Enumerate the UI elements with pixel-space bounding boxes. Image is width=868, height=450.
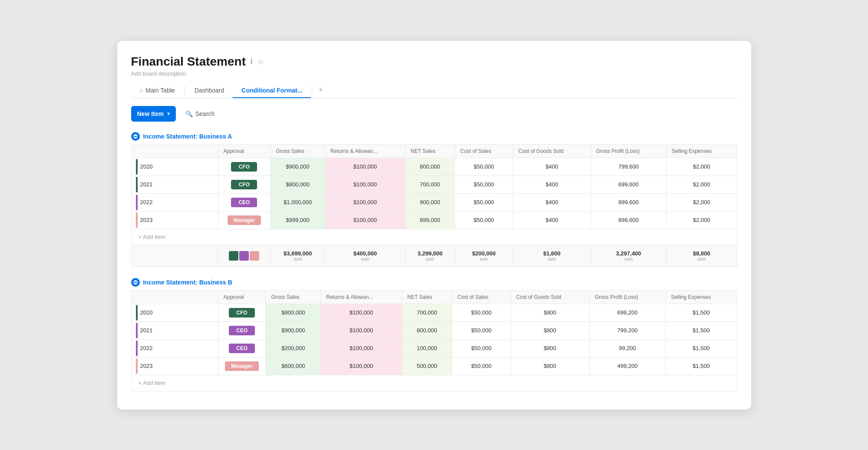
new-item-button[interactable]: New Item ▾ [131, 106, 176, 122]
row-label-cell: 2020 ⊕ [131, 304, 218, 321]
returns-cell[interactable]: $100,000 [325, 193, 405, 211]
selling-exp-cell[interactable]: $2,000 [666, 211, 737, 229]
gross-profit-cell[interactable]: 799,600 [591, 158, 667, 175]
selling-exp-cell[interactable]: $2,000 [666, 158, 737, 175]
cogs-cell[interactable]: $800 [511, 357, 589, 375]
cost-sales-cell[interactable]: $50,000 [452, 357, 511, 375]
cost-sales-cell[interactable]: $50,000 [455, 193, 513, 211]
table-row: 2021 ⊕ CEO$900,000$100,000800,000$50,000… [131, 321, 737, 339]
row-year: 2022 [140, 345, 205, 351]
approval-cell[interactable]: Manager [218, 211, 271, 229]
summary-badges [229, 251, 259, 261]
cogs-cell[interactable]: $800 [511, 304, 589, 321]
approval-cell[interactable]: CEO [218, 339, 266, 357]
summary-gross-sales: $3,699,000 sum [271, 245, 325, 266]
summary-returns-value: $400,000 [353, 250, 377, 257]
cost-sales-value: $50,000 [452, 304, 510, 321]
selling-exp-cell[interactable]: $2,000 [666, 193, 737, 211]
returns-cell[interactable]: $100,000 [325, 211, 405, 229]
returns-cell[interactable]: $100,000 [321, 339, 402, 357]
section-a-toggle[interactable] [131, 132, 140, 141]
net-sales-cell[interactable]: 800,000 [402, 321, 452, 339]
gross-sales-cell[interactable]: $800,000 [271, 175, 325, 193]
selling-exp-cell[interactable]: $1,500 [666, 357, 737, 375]
tabs-row: ⌂ Main Table Dashboard Conditional Forma… [131, 83, 737, 98]
approval-cell[interactable]: CEO [218, 193, 271, 211]
selling-exp-cell[interactable]: $1,500 [666, 304, 737, 321]
gross-sales-cell[interactable]: $900,000 [271, 158, 325, 175]
returns-cell[interactable]: $100,000 [325, 175, 405, 193]
gross-sales-cell[interactable]: $900,000 [266, 321, 321, 339]
gross-profit-cell[interactable]: 799,200 [589, 321, 665, 339]
cogs-cell[interactable]: $800 [511, 321, 589, 339]
search-button[interactable]: 🔍 Search [181, 108, 219, 120]
net-sales-cell[interactable]: 500,000 [402, 357, 452, 375]
gross-profit-value: 99,200 [590, 340, 665, 357]
cost-sales-cell[interactable]: $50,000 [455, 158, 513, 175]
approval-cell[interactable]: CEO [218, 321, 266, 339]
cost-sales-cell[interactable]: $50,000 [452, 321, 511, 339]
cogs-cell[interactable]: $400 [513, 211, 591, 229]
cost-sales-cell[interactable]: $50,000 [452, 304, 511, 321]
gross-sales-cell[interactable]: $200,000 [266, 339, 321, 357]
net-sales-value: 800,000 [402, 322, 452, 339]
add-item-cell[interactable]: + Add Item [132, 375, 737, 391]
tab-conditional-format-label: Conditional Format... [241, 87, 302, 94]
approval-cell[interactable]: CFO [218, 158, 271, 175]
cogs-cell[interactable]: $800 [511, 339, 589, 357]
tab-add-button[interactable]: + [313, 83, 328, 97]
selling-exp-value: $2,000 [667, 176, 737, 193]
add-item-row[interactable]: + Add Item [131, 229, 737, 245]
returns-cell[interactable]: $100,000 [321, 357, 402, 375]
gross-sales-cell[interactable]: $1,000,000 [271, 193, 325, 211]
summary-cost-sales: $200,000 sum [455, 245, 513, 266]
net-sales-cell[interactable]: 899,000 [405, 211, 455, 229]
cost-sales-cell[interactable]: $50,000 [455, 175, 513, 193]
gross-profit-cell[interactable]: 899,600 [591, 193, 667, 211]
tab-main-table[interactable]: ⌂ Main Table [131, 83, 184, 98]
approval-cell[interactable]: Manager [218, 357, 266, 375]
cost-sales-cell[interactable]: $50,000 [455, 211, 513, 229]
gross-profit-cell[interactable]: 99,200 [589, 339, 665, 357]
row-border [136, 159, 138, 175]
gross-sales-cell[interactable]: $800,000 [266, 304, 321, 321]
net-sales-cell[interactable]: 700,000 [405, 175, 455, 193]
net-sales-cell[interactable]: 900,000 [405, 193, 455, 211]
selling-exp-cell[interactable]: $1,500 [666, 339, 737, 357]
tab-dashboard[interactable]: Dashboard [186, 83, 233, 98]
gross-sales-cell[interactable]: $999,000 [271, 211, 325, 229]
summary-badges-cell [218, 245, 271, 266]
star-icon[interactable]: ☆ [257, 57, 264, 66]
selling-exp-cell[interactable]: $2,000 [666, 175, 737, 193]
selling-exp-value: $1,500 [666, 304, 736, 321]
row-border [136, 323, 138, 338]
section-b-toggle[interactable] [131, 278, 140, 287]
col-gross-sales-a: Gross Sales [271, 144, 325, 158]
approval-cell[interactable]: CFO [218, 304, 266, 321]
board-description[interactable]: Add board description [131, 70, 737, 77]
returns-cell[interactable]: $100,000 [321, 304, 402, 321]
gross-sales-cell[interactable]: $600,000 [266, 357, 321, 375]
net-sales-cell[interactable]: 800,000 [405, 158, 455, 175]
returns-cell[interactable]: $100,000 [321, 321, 402, 339]
add-item-row[interactable]: + Add Item [131, 375, 737, 391]
summary-net-sales-value: 3,299,000 [417, 250, 442, 257]
gross-profit-cell[interactable]: 898,600 [591, 211, 667, 229]
selling-exp-cell[interactable]: $1,500 [666, 321, 737, 339]
gross-profit-cell[interactable]: 499,200 [589, 357, 665, 375]
returns-cell[interactable]: $100,000 [325, 158, 405, 175]
net-sales-cell[interactable]: 700,000 [402, 304, 452, 321]
info-icon[interactable]: ℹ [250, 57, 253, 66]
net-sales-cell[interactable]: 100,000 [402, 339, 452, 357]
gross-profit-cell[interactable]: 699,200 [589, 304, 665, 321]
add-item-cell[interactable]: + Add Item [132, 229, 737, 245]
cogs-cell[interactable]: $400 [513, 193, 591, 211]
returns-value: $100,000 [325, 158, 405, 175]
approval-cell[interactable]: CFO [218, 175, 271, 193]
gross-sales-value: $900,000 [266, 322, 320, 339]
cost-sales-cell[interactable]: $50,000 [452, 339, 511, 357]
tab-conditional-format[interactable]: Conditional Format... [233, 83, 311, 98]
gross-profit-cell[interactable]: 699,600 [591, 175, 667, 193]
cogs-cell[interactable]: $400 [513, 158, 591, 175]
cogs-cell[interactable]: $400 [513, 175, 591, 193]
